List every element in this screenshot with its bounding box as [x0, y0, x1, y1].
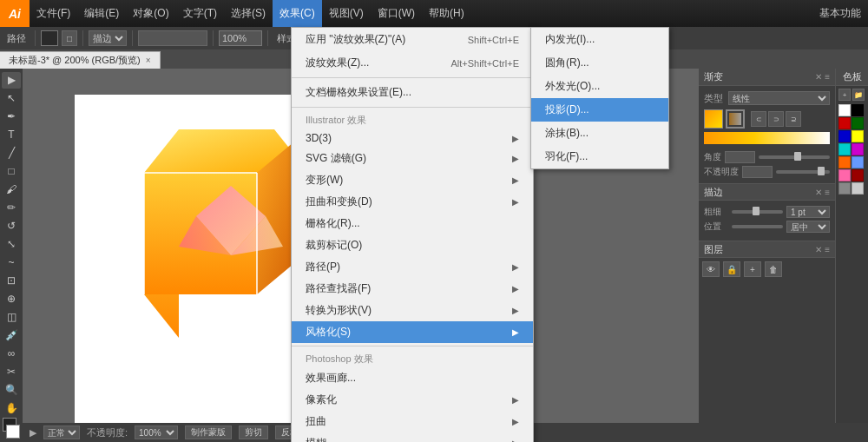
menu-help[interactable]: 帮助(H)	[422, 0, 471, 27]
blend-mode-select[interactable]: 正常	[43, 426, 80, 439]
grad-angle-slider[interactable]	[759, 155, 830, 159]
cut-btn[interactable]: 剪切	[239, 426, 268, 439]
swatch-cyan[interactable]	[838, 143, 851, 155]
menu-rasterize[interactable]: 栅格化(R)...	[292, 213, 533, 234]
menu-view[interactable]: 视图(V)	[322, 0, 371, 27]
swatch-lightblue[interactable]	[852, 156, 864, 168]
swatch-green[interactable]	[852, 117, 864, 129]
tool-type[interactable]: T	[2, 127, 21, 143]
menu-convert-shape[interactable]: 转换为形状(V) ▶	[292, 300, 533, 321]
menu-select[interactable]: 选择(S)	[224, 0, 273, 27]
menu-effect-gallery[interactable]: 效果画廊...	[292, 367, 533, 389]
menu-window[interactable]: 窗口(W)	[371, 0, 422, 27]
menu-pathfinder[interactable]: 路径查找器(F) ▶	[292, 278, 533, 300]
gradient-panel-close[interactable]: ✕ ≡	[815, 72, 830, 82]
layer-add-btn[interactable]: +	[744, 261, 761, 277]
menu-apply-wave[interactable]: 应用 "波纹效果(Z)"(A) Shift+Ctrl+E	[292, 28, 533, 51]
palette-new-btn[interactable]: +	[838, 89, 851, 101]
grad-opacity-slider[interactable]	[776, 170, 830, 174]
tool-line[interactable]: ╱	[2, 145, 21, 162]
menu-svg-filter[interactable]: SVG 滤镜(G) ▶	[292, 148, 533, 169]
workspace-label[interactable]: 基本功能	[812, 0, 868, 27]
tool-gradient[interactable]: ◫	[2, 308, 21, 325]
stylize-submenu[interactable]: 内发光(I)... 圆角(R)... 外发光(O)... 投影(D)... 涂抹…	[530, 27, 669, 169]
stroke-center-btn[interactable]: ⊃	[768, 111, 784, 127]
swatch-black[interactable]	[852, 104, 864, 116]
grad-angle-input[interactable]	[725, 151, 755, 163]
menu-path[interactable]: 路径(P) ▶	[292, 256, 533, 278]
layers-panel-close[interactable]: ✕ ≡	[815, 245, 830, 254]
layer-lock-btn[interactable]: 🔒	[723, 261, 740, 277]
stroke-swatch[interactable]	[726, 109, 745, 129]
tool-pen[interactable]: ✒	[2, 109, 21, 125]
menu-edit[interactable]: 编辑(E)	[77, 0, 126, 27]
menu-blur[interactable]: 模糊 ▶	[292, 432, 533, 442]
submenu-scribble[interactable]: 涂抹(B)...	[531, 122, 668, 145]
stroke-inside-btn[interactable]: ⊂	[751, 111, 766, 127]
zoom-input[interactable]: 100%	[219, 30, 262, 46]
tool-pencil[interactable]: ✏	[2, 200, 21, 216]
tool-free-transform[interactable]: ⊡	[2, 272, 21, 288]
submenu-inner-glow[interactable]: 内发光(I)...	[531, 28, 668, 51]
menu-pixelate[interactable]: 像素化 ▶	[292, 389, 533, 411]
doc-tab-close[interactable]: ×	[146, 56, 151, 65]
tool-warp[interactable]: ~	[2, 254, 21, 271]
fill-swatch[interactable]	[704, 109, 723, 129]
tool-eyedropper[interactable]: 💉	[2, 327, 21, 343]
swatch-darkred[interactable]	[852, 169, 864, 181]
layer-eye-btn[interactable]: 👁	[702, 261, 720, 277]
make-mask-btn[interactable]: 制作蒙版	[185, 426, 232, 439]
tool-slice[interactable]: ✂	[2, 363, 21, 379]
stroke-weight-slider[interactable]	[732, 210, 783, 214]
tool-paintbrush[interactable]: 🖌	[2, 181, 21, 198]
tool-blend[interactable]: ∞	[2, 345, 21, 361]
doc-tab[interactable]: 未标题-3* @ 200% (RGB/预览) ×	[0, 51, 161, 69]
stroke-panel-close[interactable]: ✕ ≡	[815, 188, 830, 197]
menu-distort2[interactable]: 扭曲 ▶	[292, 411, 533, 432]
opacity-btn[interactable]	[138, 30, 207, 46]
paint-mode-select[interactable]: 描边	[89, 30, 127, 46]
grad-type-select[interactable]: 线性 径向	[728, 91, 830, 105]
menu-wave-effect[interactable]: 波纹效果(Z)... Alt+Shift+Ctrl+E	[292, 51, 533, 75]
fill-color-btn[interactable]	[41, 30, 58, 46]
stroke-pos-slider[interactable]	[732, 225, 783, 228]
submenu-outer-glow[interactable]: 外发光(O)...	[531, 75, 668, 98]
swatch-blue[interactable]	[838, 130, 851, 142]
menu-doc-raster[interactable]: 文档栅格效果设置(E)...	[292, 81, 533, 104]
menu-transform[interactable]: 变形(W) ▶	[292, 169, 533, 191]
effect-menu[interactable]: 应用 "波纹效果(Z)"(A) Shift+Ctrl+E 波纹效果(Z)... …	[291, 27, 534, 442]
swatch-pink[interactable]	[838, 169, 851, 181]
tool-shapebuilder[interactable]: ⊕	[2, 290, 21, 307]
tool-scale[interactable]: ⤡	[2, 236, 21, 253]
stroke-btn[interactable]: □	[62, 30, 77, 46]
menu-object[interactable]: 对象(O)	[126, 0, 175, 27]
menu-file[interactable]: 文件(F)	[30, 0, 77, 27]
tool-zoom[interactable]: 🔍	[2, 381, 21, 398]
swatch-gray[interactable]	[838, 182, 851, 195]
menu-crop-marks[interactable]: 裁剪标记(O)	[292, 234, 533, 256]
swatch-lightgray[interactable]	[852, 182, 864, 195]
layer-delete-btn[interactable]: 🗑	[765, 261, 782, 277]
opacity-select[interactable]: 100%	[135, 426, 178, 439]
tool-select[interactable]: ▶	[2, 72, 21, 89]
tool-rect[interactable]: □	[2, 163, 21, 180]
swatch-magenta[interactable]	[852, 143, 864, 155]
grad-opacity-input[interactable]	[742, 166, 773, 178]
menu-text[interactable]: 文字(T)	[176, 0, 224, 27]
palette-folder-btn[interactable]: 📁	[852, 89, 865, 101]
submenu-drop-shadow[interactable]: 投影(D)...	[531, 98, 668, 122]
menu-distort[interactable]: 扭曲和变换(D) ▶	[292, 191, 533, 213]
stroke-outside-btn[interactable]: ⊇	[786, 111, 801, 127]
stroke-weight-select[interactable]: 1 pt	[786, 206, 830, 218]
stroke-pos-select[interactable]: 居中	[786, 221, 830, 233]
tool-hand[interactable]: ✋	[2, 399, 21, 416]
swatch-orange[interactable]	[838, 156, 851, 168]
grad-bar[interactable]	[704, 132, 830, 144]
swatch-yellow[interactable]	[852, 130, 864, 142]
menu-stylize[interactable]: 风格化(S) ▶	[292, 321, 533, 343]
submenu-round-corners[interactable]: 圆角(R)...	[531, 51, 668, 75]
menu-3d[interactable]: 3D(3) ▶	[292, 129, 533, 148]
submenu-feather[interactable]: 羽化(F)...	[531, 145, 668, 168]
tool-direct-select[interactable]: ↖	[2, 90, 21, 107]
swatch-red[interactable]	[838, 117, 851, 129]
